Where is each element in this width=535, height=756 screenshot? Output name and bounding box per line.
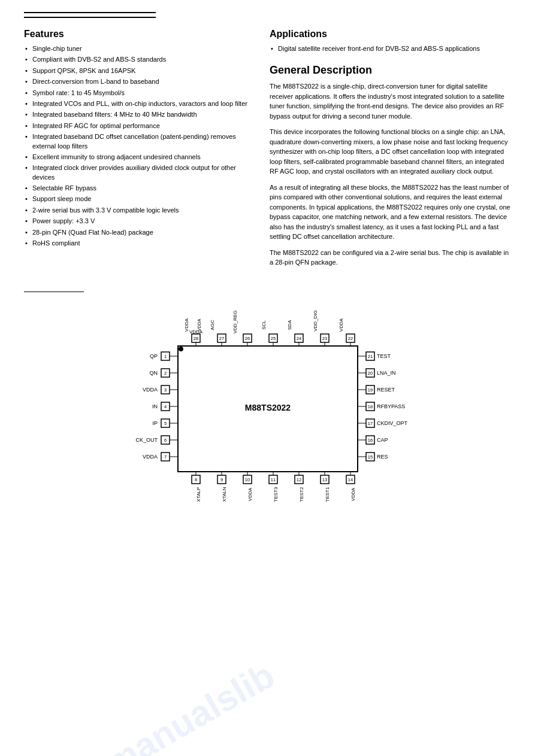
svg-text:VDDA: VDDA: [338, 318, 344, 332]
svg-text:22: 22: [347, 336, 352, 341]
svg-text:28: 28: [193, 336, 198, 341]
applications-section: Applications Digital satellite receiver …: [270, 29, 511, 53]
features-list: Single-chip tuner Compliant with DVB-S2 …: [24, 44, 252, 248]
applications-list: Digital satellite receiver front-end for…: [270, 44, 511, 53]
list-item: Integrated VCOs and PLL, with on-chip in…: [24, 99, 252, 108]
svg-text:7: 7: [164, 454, 166, 460]
list-item: Integrated RF AGC for optimal performanc…: [24, 122, 252, 130]
list-item: Support sleep mode: [24, 195, 252, 204]
svg-text:SCL: SCL: [261, 320, 267, 330]
svg-text:4: 4: [164, 404, 166, 409]
watermark: manualslib: [98, 654, 282, 756]
list-item: 2-wire serial bus with 3.3 V compatible …: [24, 206, 252, 215]
svg-text:VDDA: VDDA: [197, 318, 202, 331]
svg-text:SDA: SDA: [287, 320, 292, 330]
svg-text:23: 23: [322, 336, 327, 341]
svg-text:VDD_REG: VDD_REG: [232, 311, 238, 334]
svg-text:13: 13: [322, 477, 327, 482]
list-item: Integrated baseband DC offset cancellati…: [24, 132, 252, 151]
svg-text:12: 12: [296, 477, 301, 482]
features-title: Features: [24, 29, 252, 40]
svg-text:8: 8: [194, 477, 197, 482]
svg-text:1: 1: [164, 354, 166, 359]
svg-text:VDDA: VDDA: [142, 454, 157, 460]
list-item: Direct-conversion from L-band to baseban…: [24, 77, 252, 86]
svg-text:15: 15: [367, 454, 372, 460]
svg-text:VDDA: VDDA: [247, 487, 253, 501]
general-description-title: General Description: [270, 64, 511, 77]
svg-text:TEST3: TEST3: [273, 487, 279, 502]
svg-text:25: 25: [270, 336, 275, 341]
general-description-p2: This device incorporates the following f…: [270, 127, 511, 177]
svg-text:CK_OUT: CK_OUT: [135, 437, 158, 443]
top-line-1: [24, 12, 156, 13]
svg-text:VDDA: VDDA: [184, 318, 189, 332]
list-item: Compliant with DVB-S2 and ABS-S standard…: [24, 55, 252, 64]
svg-text:QN: QN: [149, 370, 158, 376]
list-item: Digital satellite receiver front-end for…: [270, 44, 511, 53]
ic-divider: [24, 292, 84, 292]
svg-text:CAP: CAP: [377, 437, 388, 443]
list-item: Single-chip tuner: [24, 44, 252, 53]
svg-text:20: 20: [367, 371, 372, 376]
general-description-p3: As a result of integrating all these blo…: [270, 183, 511, 242]
right-section: Applications Digital satellite receiver …: [270, 29, 511, 274]
list-item: Support QPSK, 8PSK and 16APSK: [24, 66, 252, 75]
svg-text:17: 17: [367, 421, 372, 426]
svg-text:RESET: RESET: [377, 387, 395, 393]
svg-text:VDDA: VDDA: [350, 487, 356, 501]
svg-text:18: 18: [367, 404, 372, 409]
general-description-section: General Description The M88TS2022 is a s…: [270, 64, 511, 268]
svg-text:LNA_IN: LNA_IN: [377, 370, 396, 376]
list-item: 28-pin QFN (Quad Flat No-lead) package: [24, 228, 252, 237]
svg-text:5: 5: [164, 421, 166, 426]
svg-text:3: 3: [164, 387, 166, 393]
main-content: Features Single-chip tuner Compliant wit…: [24, 29, 511, 274]
applications-title: Applications: [270, 29, 511, 40]
chip-name-label: M88TS2022: [244, 403, 290, 412]
svg-text:QP: QP: [149, 353, 157, 359]
svg-text:11: 11: [270, 477, 275, 482]
svg-text:VDDA: VDDA: [142, 387, 157, 393]
general-description-p4: The M88TS2022 can be configured via a 2-…: [270, 248, 511, 268]
general-description-p1: The M88TS2022 is a single-chip, direct-c…: [270, 81, 511, 121]
svg-text:CKDIV_OPT: CKDIV_OPT: [377, 420, 408, 426]
svg-text:VDD_DIG: VDD_DIG: [313, 310, 318, 332]
svg-text:14: 14: [347, 477, 352, 482]
svg-text:2: 2: [164, 371, 166, 376]
svg-text:21: 21: [367, 354, 372, 359]
svg-text:19: 19: [367, 387, 372, 393]
svg-text:27: 27: [219, 336, 223, 341]
svg-text:26: 26: [244, 336, 249, 341]
list-item: Selectable RF bypass: [24, 184, 252, 193]
svg-text:16: 16: [367, 438, 372, 443]
list-item: Integrated baseband filters: 4 MHz to 40…: [24, 110, 252, 119]
list-item: RoHS compliant: [24, 239, 252, 248]
svg-text:RFBYPASS: RFBYPASS: [377, 403, 405, 409]
ic-diagram-section: M88TS2022 28 VDDA VDDA 27 26 25 24 23 22: [24, 292, 511, 520]
svg-text:XTALN: XTALN: [222, 487, 227, 502]
list-item: Symbol rate: 1 to 45 Msymbol/s: [24, 89, 252, 98]
svg-text:TEST2: TEST2: [299, 487, 304, 502]
ic-package-diagram: M88TS2022 28 VDDA VDDA 27 26 25 24 23 22: [100, 304, 436, 520]
pin1-dot: [179, 347, 183, 351]
svg-text:9: 9: [220, 477, 222, 482]
svg-text:XTALP: XTALP: [196, 487, 201, 502]
svg-text:TEST: TEST: [377, 353, 391, 359]
svg-text:IN: IN: [152, 403, 158, 409]
svg-text:AGC: AGC: [210, 320, 215, 330]
svg-text:24: 24: [296, 336, 301, 341]
top-line-2: [24, 17, 156, 18]
svg-text:TEST1: TEST1: [325, 487, 330, 502]
list-item: Integrated clock driver provides auxilia…: [24, 163, 252, 182]
svg-text:6: 6: [164, 438, 166, 443]
list-item: Power supply: +3.3 V: [24, 217, 252, 226]
svg-text:10: 10: [244, 477, 249, 482]
list-item: Excellent immunity to strong adjacent un…: [24, 153, 252, 162]
svg-text:IP: IP: [152, 420, 158, 426]
features-section: Features Single-chip tuner Compliant wit…: [24, 29, 252, 274]
top-lines: [24, 12, 511, 18]
svg-text:RES: RES: [377, 454, 388, 460]
